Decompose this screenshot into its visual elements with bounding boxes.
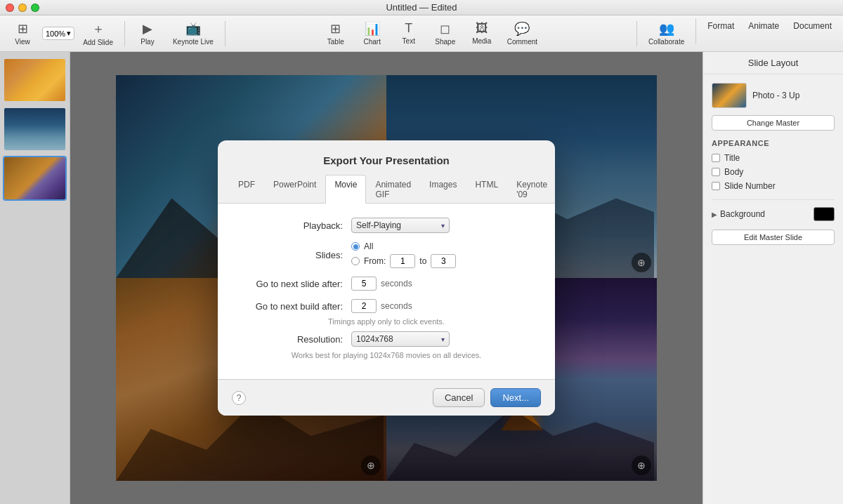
next-slide-seconds-row: seconds bbox=[351, 277, 534, 291]
select-arrow-icon: ▾ bbox=[441, 222, 445, 230]
view-label: View bbox=[15, 38, 30, 46]
from-label: From: bbox=[364, 256, 386, 266]
keynote-live-button[interactable]: 📺 Keynote Live bbox=[167, 18, 219, 48]
next-build-input[interactable] bbox=[351, 299, 377, 313]
from-input[interactable] bbox=[390, 254, 415, 268]
document-tab[interactable]: Document bbox=[788, 18, 837, 48]
tab-movie[interactable]: Movie bbox=[325, 175, 366, 204]
table-label: Table bbox=[327, 38, 344, 46]
toolbar: ⊞ View 100% ▾ ＋ Add Slide ▶ Play 📺 Keyno… bbox=[0, 15, 843, 52]
body-label: Body bbox=[724, 167, 743, 177]
playback-value: Self-Playing bbox=[356, 220, 401, 230]
tab-images[interactable]: Images bbox=[420, 175, 466, 204]
slide-thumbnail-2[interactable] bbox=[3, 107, 67, 152]
master-name: Photo - 3 Up bbox=[752, 91, 799, 100]
resolution-select[interactable]: 1024x768 ▾ bbox=[351, 331, 450, 347]
separator-2 bbox=[225, 21, 226, 46]
dialog-footer: ? Cancel Next... bbox=[218, 379, 555, 416]
animate-tab[interactable]: Animate bbox=[743, 18, 785, 48]
comment-icon: 💬 bbox=[514, 21, 530, 37]
play-button[interactable]: ▶ Play bbox=[131, 18, 164, 48]
slide-thumb-wrapper-1: 1 bbox=[3, 58, 67, 102]
background-chevron-icon: ▶ bbox=[712, 211, 717, 218]
playback-label: Playback: bbox=[239, 220, 351, 231]
text-button[interactable]: T Text bbox=[392, 18, 426, 48]
body-appearance-item: Body bbox=[712, 167, 835, 177]
all-radio[interactable] bbox=[351, 242, 360, 251]
add-slide-label: Add Slide bbox=[83, 39, 113, 46]
media-button[interactable]: 🖼 Media bbox=[465, 18, 499, 48]
media-icon: 🖼 bbox=[476, 21, 488, 36]
help-button[interactable]: ? bbox=[232, 391, 246, 405]
tab-pdf[interactable]: PDF bbox=[229, 175, 264, 204]
next-slide-label: Go to next slide after: bbox=[239, 279, 351, 289]
zoom-value: 100% bbox=[46, 29, 65, 38]
title-appearance-item: Title bbox=[712, 153, 835, 163]
background-section: ▶ Background bbox=[712, 199, 835, 221]
slide-thumb-wrapper-3: 3 bbox=[3, 156, 67, 201]
chart-button[interactable]: 📊 Chart bbox=[355, 18, 389, 48]
slides-control: All From: to bbox=[351, 241, 534, 268]
resolution-arrow-icon: ▾ bbox=[441, 336, 445, 343]
background-color-swatch[interactable] bbox=[813, 207, 835, 221]
tab-powerpoint[interactable]: PowerPoint bbox=[264, 175, 325, 204]
format-label: Format bbox=[707, 21, 734, 31]
next-build-unit: seconds bbox=[381, 301, 412, 311]
table-icon: ⊞ bbox=[330, 21, 341, 37]
body-checkbox[interactable] bbox=[712, 168, 720, 176]
shape-button[interactable]: ◻ Shape bbox=[429, 18, 462, 48]
change-master-button[interactable]: Change Master bbox=[712, 115, 835, 131]
tab-keynote-09[interactable]: Keynote '09 bbox=[507, 175, 555, 204]
next-button[interactable]: Next... bbox=[490, 388, 541, 407]
slide-layout-header: Slide Layout bbox=[703, 52, 843, 74]
next-slide-row: Go to next slide after: seconds bbox=[239, 277, 534, 291]
to-input[interactable] bbox=[431, 254, 456, 268]
tab-animated-gif[interactable]: Animated GIF bbox=[366, 175, 420, 204]
dialog-body: Playback: Self-Playing ▾ Slides: bbox=[218, 204, 555, 379]
title-checkbox[interactable] bbox=[712, 154, 720, 162]
view-button[interactable]: ⊞ View bbox=[6, 18, 39, 48]
right-panel: Slide Layout Photo - 3 Up Change Master … bbox=[702, 52, 843, 504]
format-tab[interactable]: Format bbox=[702, 18, 740, 48]
main-layout: 1 2 3 bbox=[0, 52, 843, 504]
slide-thumbnail-1[interactable] bbox=[3, 58, 67, 102]
background-text: Background bbox=[720, 209, 765, 219]
resolution-row: Resolution: 1024x768 ▾ bbox=[239, 331, 534, 347]
table-button[interactable]: ⊞ Table bbox=[319, 18, 353, 48]
collaborate-label: Collaborate bbox=[648, 38, 684, 46]
separator-3 bbox=[636, 21, 637, 46]
chart-label: Chart bbox=[364, 38, 381, 46]
slide-number-appearance-item: Slide Number bbox=[712, 181, 835, 191]
slide-thumbnail-3[interactable] bbox=[3, 156, 67, 201]
playback-select[interactable]: Self-Playing ▾ bbox=[351, 218, 450, 233]
master-thumb bbox=[712, 83, 747, 108]
title-label: Title bbox=[724, 153, 740, 163]
window-controls bbox=[6, 4, 39, 12]
canvas-area: ⊕ ⊕ bbox=[70, 52, 702, 504]
tab-html[interactable]: HTML bbox=[466, 175, 507, 204]
to-label: to bbox=[419, 256, 426, 266]
cancel-button[interactable]: Cancel bbox=[433, 388, 485, 407]
appearance-header: Appearance bbox=[712, 139, 835, 147]
maximize-button[interactable] bbox=[31, 4, 39, 12]
background-row: ▶ Background bbox=[712, 207, 835, 221]
zoom-arrow: ▾ bbox=[67, 29, 71, 38]
next-slide-input[interactable] bbox=[351, 277, 377, 291]
comment-button[interactable]: 💬 Comment bbox=[502, 18, 543, 48]
background-label: ▶ Background bbox=[712, 209, 809, 219]
export-dialog: Export Your Presentation PDF PowerPoint … bbox=[218, 140, 555, 416]
dialog-tabs: PDF PowerPoint Movie Animated GIF Images… bbox=[218, 166, 555, 204]
panel-content: Photo - 3 Up Change Master Appearance Ti… bbox=[703, 74, 843, 504]
collaborate-button[interactable]: 👥 Collaborate bbox=[643, 18, 690, 48]
zoom-control[interactable]: 100% ▾ bbox=[42, 27, 74, 40]
animate-label: Animate bbox=[748, 21, 779, 31]
from-radio[interactable] bbox=[351, 257, 360, 265]
close-button[interactable] bbox=[6, 4, 14, 12]
edit-master-slide-button[interactable]: Edit Master Slide bbox=[712, 230, 835, 245]
separator-4 bbox=[695, 18, 696, 44]
slide-number-checkbox[interactable] bbox=[712, 182, 720, 190]
add-slide-button[interactable]: ＋ Add Slide bbox=[77, 18, 119, 49]
minimize-button[interactable] bbox=[18, 4, 27, 12]
slides-radio-group: All From: to bbox=[351, 241, 534, 268]
next-build-control: seconds bbox=[351, 299, 534, 313]
